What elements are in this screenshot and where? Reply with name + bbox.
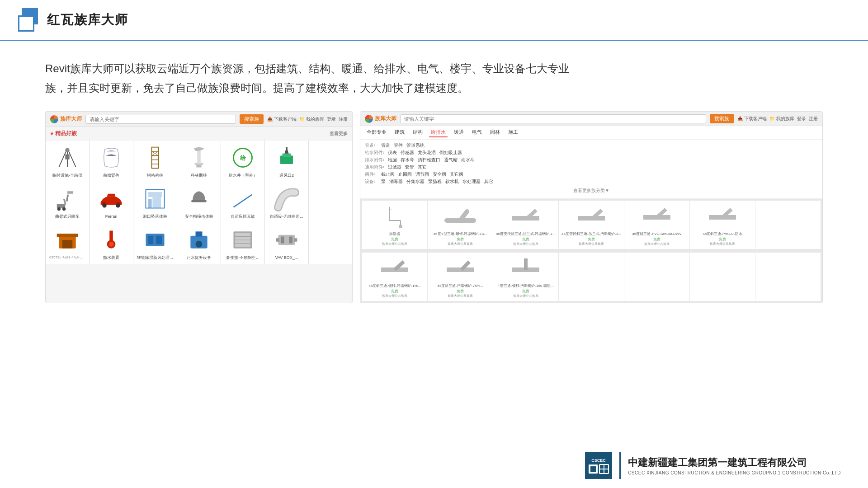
right-search-button[interactable]: 搜索族 bbox=[710, 114, 734, 123]
svg-rect-45 bbox=[156, 236, 162, 244]
sub-cat-row-general: 通用附件› 过滤器 套管 其它 bbox=[365, 164, 818, 170]
cat-cleanout[interactable]: 清扫检查口 bbox=[418, 157, 440, 163]
more-link[interactable]: 查看更多 bbox=[330, 131, 348, 137]
cat-control[interactable]: 调节阀 bbox=[415, 171, 429, 178]
list-item[interactable]: 曲臂式升降车 bbox=[46, 182, 89, 223]
list-item[interactable]: 转轮除湿新风处理... bbox=[133, 223, 177, 264]
main-categories: 全部专业 建筑 结构 给排水 暖通 电气 园林 施工 bbox=[360, 126, 822, 140]
nav-login[interactable]: 登录 bbox=[327, 116, 336, 122]
list-item[interactable]: 前饿背兽 bbox=[90, 141, 133, 182]
right-nav-my-library[interactable]: 📁 我的族库 bbox=[769, 116, 794, 122]
pipe-item-source: 族库大师公共族库 bbox=[364, 294, 425, 298]
list-item[interactable]: 45度斜三通-PVC-U-防水 免费 族库大师公共族库 bbox=[690, 201, 755, 249]
list-item[interactable]: 撒水装置 bbox=[90, 223, 133, 264]
list-item[interactable]: T型三通-镀锌-污垢钢炉-150-磁阻... 免费 族库大师公共族库 bbox=[493, 253, 558, 301]
cat-softener[interactable]: 软水机 bbox=[445, 178, 459, 185]
item-label: 钢格构柱 bbox=[137, 173, 173, 178]
cat-garden[interactable]: 园林 bbox=[488, 128, 502, 137]
cat-check[interactable]: 止回阀 bbox=[398, 171, 412, 178]
more-categories-btn[interactable]: 查看更多族分类▼ bbox=[365, 186, 818, 196]
right-nav-download[interactable]: 📥 下载客户端 bbox=[737, 116, 767, 122]
list-item[interactable]: 自适应-无缝曲面... bbox=[265, 182, 308, 223]
right-nav-register[interactable]: 注册 bbox=[809, 116, 818, 122]
nav-my-library[interactable]: 📁 我的族库 bbox=[299, 116, 324, 122]
list-item[interactable]: 通风口2 bbox=[265, 141, 308, 182]
nav-download[interactable]: 📥 下载客户端 bbox=[267, 116, 297, 122]
list-item[interactable]: 自适应排瓦族 bbox=[221, 182, 264, 223]
list-item[interactable]: 参变族-不锈钢生... bbox=[221, 223, 264, 264]
cat-water-treatment[interactable]: 水处理器 bbox=[462, 178, 481, 185]
section-header: ♥ 精品好族 查看更多 bbox=[46, 127, 352, 141]
cat-electrical[interactable]: 电气 bbox=[470, 128, 484, 137]
cat-faucet[interactable]: 龙头花洒 bbox=[418, 150, 436, 156]
cat-vent[interactable]: 通气帽 bbox=[444, 157, 458, 163]
cat-meter[interactable]: 仪表 bbox=[388, 150, 397, 156]
cat-gate[interactable]: 截止阀 bbox=[381, 171, 395, 178]
cat-backflow[interactable]: 倒虹吸止器 bbox=[439, 150, 462, 156]
list-item[interactable]: 污水提升设备 bbox=[177, 223, 221, 264]
section-label: 精品好族 bbox=[55, 130, 77, 137]
list-item[interactable]: 洞口坠落体验 bbox=[133, 182, 177, 223]
list-item[interactable]: 科林斯柱 bbox=[177, 141, 221, 182]
pipe-item-price: 免费 bbox=[495, 237, 557, 242]
cat-floor-drain[interactable]: 地漏 bbox=[388, 157, 397, 163]
cat-other1[interactable]: 其它 bbox=[418, 164, 427, 170]
cat-trap[interactable]: 存水弯 bbox=[401, 157, 414, 163]
cat-structure[interactable]: 结构 bbox=[411, 128, 425, 137]
nav-register[interactable]: 注册 bbox=[339, 116, 348, 122]
company-name-cn: 中建新疆建工集团第一建筑工程有限公司 bbox=[628, 456, 841, 469]
sub-cat-row-pipe: 管道› 管道 管件 管道系统 bbox=[365, 142, 818, 149]
list-item[interactable]: 45度Y型三通-镀锌-污垢钢炉-1S... 免费 族库大师公共族库 bbox=[428, 201, 493, 249]
cat-other-valve[interactable]: 其它阀 bbox=[450, 171, 463, 178]
cat-sensor[interactable]: 传感器 bbox=[401, 150, 414, 156]
cat-architecture[interactable]: 建筑 bbox=[393, 128, 406, 137]
cat-safety[interactable]: 安全阀 bbox=[433, 171, 446, 178]
list-item[interactable]: 45度变径斜三通-法兰式-污垢钢炉-2... 免费 族库大师公共族库 bbox=[559, 201, 624, 249]
svg-point-30 bbox=[116, 203, 120, 207]
svg-rect-39 bbox=[62, 240, 72, 249]
cat-hvac[interactable]: 暖通 bbox=[452, 128, 466, 137]
list-item[interactable]: Ferrari bbox=[90, 182, 133, 223]
pipe-item-label: 45度斜三通-污垢钢炉-75%... bbox=[429, 284, 491, 288]
cat-rain[interactable]: 雨水斗 bbox=[461, 157, 475, 163]
list-item[interactable]: 69572c-7a83-4fa8-9d1f-398771bf12b bbox=[46, 223, 89, 264]
list-item[interactable]: 钢格构柱 bbox=[133, 141, 177, 182]
cat-disinfect[interactable]: 消毒器 bbox=[389, 178, 403, 185]
svg-point-48 bbox=[196, 241, 203, 248]
list-item[interactable]: 45度斜三通-污垢钢炉-75%... 免费 族库大师公共族库 bbox=[428, 253, 493, 301]
list-item[interactable]: 给 给水井（室外） bbox=[221, 141, 264, 182]
right-nav-login[interactable]: 登录 bbox=[797, 116, 806, 122]
cat-pump-head[interactable]: 泵扬程 bbox=[428, 178, 442, 185]
pipe-item-price: 免费 bbox=[364, 237, 425, 242]
cat-construction[interactable]: 施工 bbox=[506, 128, 520, 137]
sub-categories: 管道› 管道 管件 管道系统 给水附件› 仪表 传感器 龙头花洒 倒虹吸止器 排… bbox=[360, 140, 822, 199]
left-search-button[interactable]: 搜索族 bbox=[240, 114, 264, 124]
cat-all[interactable]: 全部专业 bbox=[365, 128, 388, 137]
svg-rect-47 bbox=[196, 231, 203, 236]
list-item[interactable]: 45度斜三通-PVC-Sch-40-DWV 免费 族库大师公共族库 bbox=[624, 201, 689, 249]
right-search-input[interactable] bbox=[400, 114, 706, 123]
cat-fitting[interactable]: 管件 bbox=[394, 142, 403, 149]
cat-manifold[interactable]: 分集水器 bbox=[406, 178, 425, 185]
cat-other-equip[interactable]: 其它 bbox=[484, 178, 493, 185]
list-item[interactable]: 45度变径斜三通-法兰式-污垢钢炉-1... 免费 族库大师公共族库 bbox=[493, 201, 558, 249]
list-item[interactable]: 安全帽撞击体验 bbox=[177, 182, 221, 223]
sub-cat-row-equipment: 设备› 泵 消毒器 分集水器 泵扬程 软水机 水处理器 其它 bbox=[365, 178, 818, 185]
list-item[interactable]: 45度斜三通-镀锌-污垢钢炉-1%... 免费 族库大师公共族库 bbox=[362, 253, 427, 301]
cat-water[interactable]: 给排水 bbox=[429, 128, 448, 137]
cat-general-label: 通用附件› bbox=[365, 164, 384, 170]
cat-pipe[interactable]: 管道 bbox=[381, 142, 390, 149]
svg-point-22 bbox=[57, 207, 61, 211]
pipe-item-source: 族库大师公共族库 bbox=[626, 242, 688, 246]
cat-pump[interactable]: 泵 bbox=[381, 178, 386, 185]
left-search-input[interactable] bbox=[85, 115, 236, 124]
list-item[interactable]: VAV BOX_... bbox=[265, 223, 308, 264]
item-label: 科林斯柱 bbox=[181, 173, 217, 178]
list-item[interactable]: 临时设施-全站仪 bbox=[46, 141, 89, 182]
cat-system[interactable]: 管道系统 bbox=[406, 142, 425, 149]
cat-sleeve[interactable]: 套管 bbox=[405, 164, 414, 170]
cat-filter[interactable]: 过滤器 bbox=[388, 164, 401, 170]
list-item[interactable]: 淋浴器 免费 族库大师公共族库 bbox=[362, 201, 427, 249]
svg-rect-14 bbox=[197, 150, 200, 164]
svg-rect-18 bbox=[283, 154, 291, 157]
